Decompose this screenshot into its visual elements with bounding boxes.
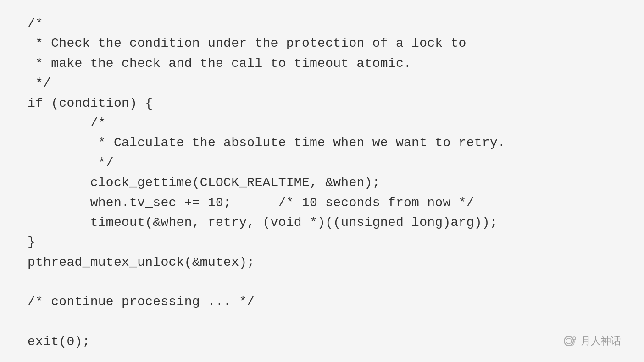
code-line-1: /* bbox=[28, 16, 43, 31]
code-line-13: pthread_mutex_unlock(&mutex); bbox=[28, 255, 255, 269]
code-line-8: */ bbox=[28, 156, 114, 170]
svg-point-2 bbox=[573, 337, 576, 340]
svg-point-1 bbox=[566, 338, 572, 344]
code-line-11: timeout(&when, retry, (void *)((unsigned… bbox=[28, 215, 498, 230]
code-line-7: * Calculate the absolute time when we wa… bbox=[28, 136, 505, 150]
watermark-text: 月人神话 bbox=[581, 334, 621, 348]
code-line-9: clock_gettime(CLOCK_REALTIME, &when); bbox=[28, 176, 380, 190]
code-line-3: * make the check and the call to timeout… bbox=[28, 56, 411, 71]
code-line-2: * Check the condition under the protecti… bbox=[28, 36, 466, 50]
code-line-6: /* bbox=[28, 116, 106, 130]
code-line-10: when.tv_sec += 10; /* 10 seconds from no… bbox=[28, 196, 474, 210]
code-line-17: exit(0); bbox=[28, 335, 90, 349]
code-line-4: */ bbox=[28, 76, 51, 90]
code-block: /* * Check the condition under the prote… bbox=[28, 14, 616, 352]
code-line-12: } bbox=[28, 235, 35, 249]
code-container: /* * Check the condition under the prote… bbox=[0, 0, 644, 362]
code-line-15: /* continue processing ... */ bbox=[28, 295, 255, 309]
code-line-5: if (condition) { bbox=[28, 96, 153, 110]
watermark-icon bbox=[561, 333, 578, 349]
watermark: 月人神话 bbox=[561, 333, 621, 349]
